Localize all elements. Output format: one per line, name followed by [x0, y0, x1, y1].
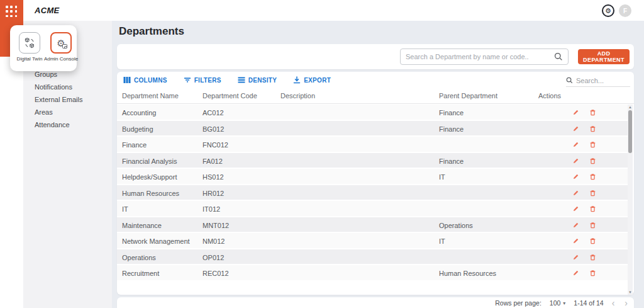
trash-icon — [589, 125, 596, 132]
table-row[interactable]: Operations OP012 — [117, 249, 629, 266]
density-icon — [238, 76, 245, 84]
table-row[interactable]: IT IT012 — [117, 201, 629, 217]
edit-button[interactable] — [572, 157, 579, 164]
delete-button[interactable] — [589, 109, 596, 116]
table-row[interactable]: Recruitment REC012 Human Resources — [117, 265, 629, 282]
delete-button[interactable] — [589, 173, 596, 180]
scroll-up-icon[interactable]: ▲ — [628, 105, 633, 110]
delete-button[interactable] — [589, 205, 596, 212]
sidebar-item-notifications[interactable]: Notifications — [23, 81, 112, 93]
delete-button[interactable] — [589, 237, 596, 244]
table-row[interactable]: Budgeting BG012 Finance — [117, 121, 629, 137]
pagination-controls: ‹ › — [612, 300, 628, 306]
edit-button[interactable] — [572, 237, 579, 244]
cell-department-code: HS012 — [203, 173, 224, 181]
edit-button[interactable] — [572, 173, 579, 180]
column-header-department-code[interactable]: Department Code — [203, 92, 257, 100]
columns-icon — [123, 76, 131, 84]
edit-button[interactable] — [572, 125, 579, 132]
table-row[interactable]: Human Resources HR012 — [117, 185, 629, 202]
app-label-digital-twin: Digital Twin — [17, 56, 43, 62]
page-title: Departments — [119, 25, 184, 38]
digital-twin-tile[interactable] — [19, 32, 40, 54]
edit-button[interactable] — [572, 205, 579, 212]
settings-button[interactable]: ⚙ — [602, 4, 614, 17]
cell-department-name: Finance — [122, 141, 147, 149]
app-digital-twin[interactable]: Digital Twin — [16, 32, 43, 71]
cell-department-code: MNT012 — [203, 222, 229, 229]
table-row[interactable]: Accounting AC012 Finance — [117, 105, 629, 121]
edit-button[interactable] — [572, 254, 579, 261]
edit-button[interactable] — [572, 109, 579, 116]
trash-icon — [589, 270, 596, 277]
cell-department-code: IT012 — [203, 205, 220, 213]
previous-page-icon[interactable]: ‹ — [612, 300, 615, 306]
table-quick-filter[interactable]: Search... — [566, 74, 630, 87]
cell-department-code: OP012 — [203, 254, 224, 261]
delete-button[interactable] — [589, 157, 596, 164]
sidebar-item-areas[interactable]: Areas — [23, 106, 112, 118]
trash-icon — [589, 141, 596, 148]
scrollbar-thumb[interactable] — [628, 110, 632, 153]
trash-icon — [589, 254, 596, 261]
admin-console-tile[interactable]: ⚙ — [50, 32, 72, 54]
edit-button[interactable] — [572, 190, 579, 197]
rows-per-page-label: Rows per page: — [495, 299, 541, 307]
columns-button[interactable]: COLUMNS — [123, 76, 167, 84]
quick-search-icon — [566, 77, 573, 84]
screen: ACME ⚙ F Departments Groups Notification… — [0, 0, 644, 308]
header-actions: ⚙ F — [602, 4, 631, 17]
trash-icon — [589, 205, 596, 212]
table-scrollbar[interactable]: ▲ ▼ — [628, 105, 633, 295]
trash-icon — [589, 222, 596, 229]
cell-department-code: FA012 — [203, 157, 223, 165]
delete-button[interactable] — [589, 254, 596, 261]
edit-button[interactable] — [572, 141, 579, 148]
pagination: Rows per page: 100 ▾ 1-14 of 14 ‹ › — [495, 299, 628, 307]
density-label: DENSITY — [248, 77, 277, 84]
department-search-box[interactable] — [400, 48, 569, 65]
table-row[interactable]: Network Management NM012 IT — [117, 233, 629, 249]
add-department-button[interactable]: ADD DEPARTMENT — [578, 49, 630, 64]
sidebar-item-external-emails[interactable]: External Emails — [23, 93, 112, 106]
filters-button[interactable]: FILTERS — [184, 76, 221, 84]
trash-icon — [589, 190, 596, 197]
edit-button[interactable] — [572, 222, 579, 229]
export-button[interactable]: EXPORT — [293, 76, 331, 84]
column-header-description[interactable]: Description — [280, 92, 315, 100]
pagination-range: 1-14 of 14 — [574, 299, 603, 307]
table-row[interactable]: Finance FNC012 — [117, 137, 629, 153]
cell-department-name: Helpdesk/Support — [122, 173, 177, 181]
pencil-icon — [572, 237, 579, 244]
sidebar-item-attendance[interactable]: Attendance — [23, 118, 112, 131]
delete-button[interactable] — [589, 141, 596, 148]
avatar[interactable]: F — [619, 4, 631, 17]
table-row[interactable]: Maintenance MNT012 Operations — [117, 217, 629, 234]
cell-department-code: REC012 — [203, 270, 229, 277]
scroll-down-icon[interactable]: ▼ — [628, 290, 633, 295]
app-admin-console[interactable]: ⚙ Admin Console — [48, 32, 74, 71]
row-actions — [572, 270, 596, 277]
column-header-department-name[interactable]: Department Name — [122, 92, 179, 100]
cell-department-code: NM012 — [203, 237, 225, 245]
rows-per-page-select[interactable]: 100 ▾ — [550, 299, 566, 307]
edit-button[interactable] — [572, 270, 579, 277]
table-row[interactable]: Helpdesk/Support HS012 IT — [117, 169, 629, 185]
app-label-admin-console: Admin Console — [44, 56, 78, 62]
cell-department-name: Maintenance — [122, 222, 162, 229]
cell-department-name: Recruitment — [122, 270, 159, 277]
delete-button[interactable] — [589, 190, 596, 197]
cell-parent-department: Finance — [439, 157, 464, 165]
cell-department-name: Operations — [122, 254, 156, 261]
department-search-input[interactable] — [406, 53, 554, 60]
gear-icon: ⚙ — [605, 8, 611, 14]
row-actions — [572, 141, 596, 148]
density-button[interactable]: DENSITY — [238, 76, 277, 84]
table-row[interactable]: Financial Analysis FA012 Finance — [117, 153, 629, 169]
delete-button[interactable] — [589, 222, 596, 229]
column-header-actions: Actions — [538, 92, 561, 100]
next-page-icon[interactable]: › — [625, 300, 628, 306]
delete-button[interactable] — [589, 270, 596, 277]
column-header-parent-department[interactable]: Parent Department — [439, 92, 497, 100]
delete-button[interactable] — [589, 125, 596, 132]
